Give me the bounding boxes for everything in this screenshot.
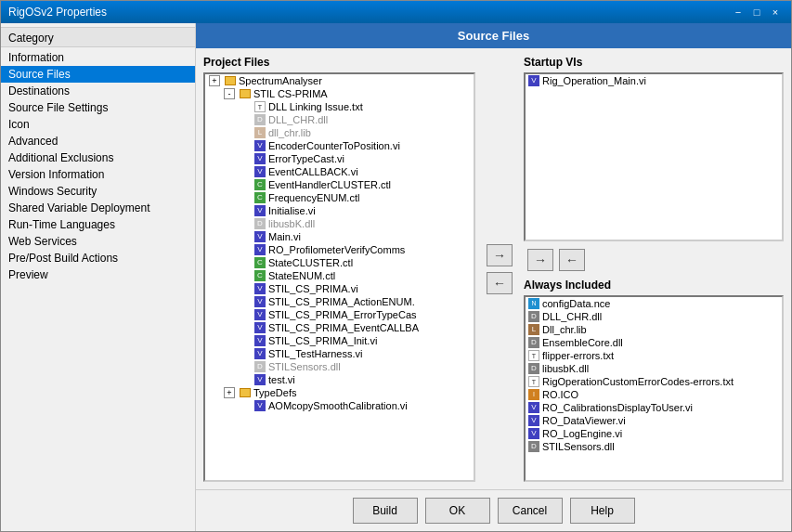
- ok-button[interactable]: OK: [425, 498, 490, 524]
- sidebar-item-shared-variable-deployment[interactable]: Shared Variable Deployment: [1, 200, 195, 216]
- project-files-list[interactable]: + SpectrumAnalyser- STIL CS-PRIMAT DLL L…: [203, 72, 475, 482]
- always-list-item[interactable]: V RO_DataViewer.vi: [526, 414, 782, 427]
- sidebar-item-advanced[interactable]: Advanced: [1, 133, 195, 149]
- sidebar-item-source-file-settings[interactable]: Source File Settings: [1, 99, 195, 116]
- build-button[interactable]: Build: [353, 498, 418, 524]
- list-item[interactable]: V AOMcopySmoothCalibration.vi: [205, 399, 474, 412]
- sidebar-items: InformationSource FilesDestinationsSourc…: [1, 49, 195, 283]
- list-item[interactable]: D DLL_CHR.dll: [205, 113, 474, 126]
- sidebar-item-run-time-languages[interactable]: Run-Time Languages: [1, 216, 195, 233]
- list-item[interactable]: V ErrorTypeCast.vi: [205, 152, 474, 165]
- list-item[interactable]: V STIL_CS_PRIMA_ActionENUM.: [205, 295, 474, 308]
- list-item[interactable]: + SpectrumAnalyser: [205, 74, 474, 87]
- title-bar: RigOSv2 Properties − □ ×: [1, 1, 791, 23]
- list-item[interactable]: V EncoderCounterToPosition.vi: [205, 139, 474, 152]
- nce-icon: N: [528, 298, 539, 309]
- startup-vls-title: Startup VIs: [524, 56, 784, 69]
- vi-icon: V: [528, 402, 539, 413]
- list-item[interactable]: C StateENUM.ctl: [205, 269, 474, 282]
- always-list-item[interactable]: I RO.ICO: [526, 388, 782, 401]
- vi-icon: V: [254, 283, 266, 294]
- add-to-always-button[interactable]: →: [527, 249, 553, 271]
- list-item[interactable]: C FrequencyENUM.ctl: [205, 191, 474, 204]
- sidebar-item-additional-exclusions[interactable]: Additional Exclusions: [1, 149, 195, 166]
- sidebar-item-destinations[interactable]: Destinations: [1, 83, 195, 99]
- sidebar-item-icon[interactable]: Icon: [1, 116, 195, 133]
- cancel-button[interactable]: Cancel: [498, 498, 563, 524]
- list-item[interactable]: + TypeDefs: [205, 386, 474, 399]
- minimize-button[interactable]: −: [730, 5, 747, 19]
- tree-expander[interactable]: +: [224, 387, 235, 398]
- sidebar-item-pre-post-build-actions[interactable]: Pre/Post Build Actions: [1, 250, 195, 266]
- always-list-item[interactable]: T RigOperationCustomErrorCodes-errors.tx…: [526, 375, 782, 388]
- list-item[interactable]: L dll_chr.lib: [205, 126, 474, 139]
- project-files-panel: Project Files + SpectrumAnalyser- STIL C…: [203, 56, 475, 482]
- vi-icon: V: [254, 153, 266, 164]
- sidebar-item-information[interactable]: Information: [1, 49, 195, 66]
- tree-expander[interactable]: +: [209, 75, 220, 86]
- dll-icon: D: [528, 311, 539, 322]
- always-list-item[interactable]: D EnsembleCore.dll: [526, 336, 782, 349]
- list-item[interactable]: V STIL_CS_PRIMA_ErrorTypeCas: [205, 308, 474, 321]
- dll-icon: D: [254, 218, 266, 229]
- list-item[interactable]: T DLL Linking Issue.txt: [205, 100, 474, 113]
- startup-file-name: Rig_Operation_Main.vi: [542, 75, 646, 86]
- add-to-startup-button[interactable]: →: [487, 244, 513, 266]
- always-list-item[interactable]: D libusbK.dll: [526, 362, 782, 375]
- list-item[interactable]: D STILSensors.dll: [205, 360, 474, 373]
- remove-from-always-button[interactable]: ←: [559, 249, 585, 271]
- vi-icon: V: [254, 205, 266, 216]
- list-item[interactable]: V Main.vi: [205, 230, 474, 243]
- always-file-name: RO_DataViewer.vi: [542, 415, 626, 426]
- always-list-item[interactable]: V RO_CalibrationsDisplayToUser.vi: [526, 401, 782, 414]
- always-included-title: Always Included: [524, 279, 784, 292]
- vi-icon: V: [254, 400, 266, 411]
- sidebar-item-version-information[interactable]: Version Information: [1, 166, 195, 183]
- file-name: AOMcopySmoothCalibration.vi: [268, 400, 408, 411]
- sidebar-item-web-services[interactable]: Web Services: [1, 233, 195, 250]
- always-list-item[interactable]: D DLL_CHR.dll: [526, 310, 782, 323]
- right-section: Startup VIs V Rig_Operation_Main.vi → ← …: [524, 56, 784, 482]
- always-list-item[interactable]: L Dll_chr.lib: [526, 323, 782, 336]
- file-name: STIL CS-PRIMA: [253, 88, 328, 99]
- list-item[interactable]: V Initialise.vi: [205, 204, 474, 217]
- ico-icon: I: [528, 389, 539, 400]
- sidebar-item-source-files[interactable]: Source Files: [1, 66, 195, 83]
- close-button[interactable]: ×: [767, 5, 784, 19]
- list-item[interactable]: C StateCLUSTER.ctl: [205, 256, 474, 269]
- maximize-button[interactable]: □: [748, 5, 765, 19]
- always-list-item[interactable]: T flipper-errors.txt: [526, 349, 782, 362]
- sidebar-item-windows-security[interactable]: Windows Security: [1, 183, 195, 200]
- list-item[interactable]: V EventCALLBACK.vi: [205, 165, 474, 178]
- dll-icon: D: [528, 337, 539, 348]
- list-item[interactable]: C EventHandlerCLUSTER.ctl: [205, 178, 474, 191]
- startup-list-item[interactable]: V Rig_Operation_Main.vi: [526, 74, 782, 87]
- always-included-list[interactable]: N configData.nceD DLL_CHR.dllL Dll_chr.l…: [524, 295, 784, 482]
- file-name: STIL_CS_PRIMA_EventCALLBA: [268, 322, 419, 333]
- list-item[interactable]: V RO_ProfilometerVerifyComms: [205, 243, 474, 256]
- file-name: DLL_CHR.dll: [268, 114, 328, 125]
- list-item[interactable]: V test.vi: [205, 373, 474, 386]
- txt-icon: T: [254, 101, 266, 112]
- list-item[interactable]: V STIL_CS_PRIMA.vi: [205, 282, 474, 295]
- main-header: Source Files: [196, 23, 791, 48]
- help-button[interactable]: Help: [570, 498, 635, 524]
- tree-expander[interactable]: -: [224, 88, 235, 99]
- list-item[interactable]: - STIL CS-PRIMA: [205, 87, 474, 100]
- list-item[interactable]: V STIL_CS_PRIMA_EventCALLBA: [205, 321, 474, 334]
- file-name: RO_ProfilometerVerifyComms: [268, 244, 405, 255]
- ctl-icon: C: [254, 179, 266, 190]
- vi-icon: V: [254, 296, 266, 307]
- vi-icon: V: [528, 428, 539, 439]
- list-item[interactable]: V STIL_CS_PRIMA_Init.vi: [205, 334, 474, 347]
- list-item[interactable]: V STIL_TestHarness.vi: [205, 347, 474, 360]
- always-list-item[interactable]: D STILSensors.dll: [526, 440, 782, 453]
- startup-vls-list[interactable]: V Rig_Operation_Main.vi: [524, 72, 784, 241]
- always-list-item[interactable]: V RO_LogEngine.vi: [526, 427, 782, 440]
- list-item[interactable]: D libusbK.dll: [205, 217, 474, 230]
- always-file-name: EnsembleCore.dll: [542, 337, 623, 348]
- remove-from-startup-button[interactable]: ←: [487, 272, 513, 294]
- sidebar-item-preview[interactable]: Preview: [1, 266, 195, 283]
- ctl-icon: C: [254, 257, 266, 268]
- always-list-item[interactable]: N configData.nce: [526, 297, 782, 310]
